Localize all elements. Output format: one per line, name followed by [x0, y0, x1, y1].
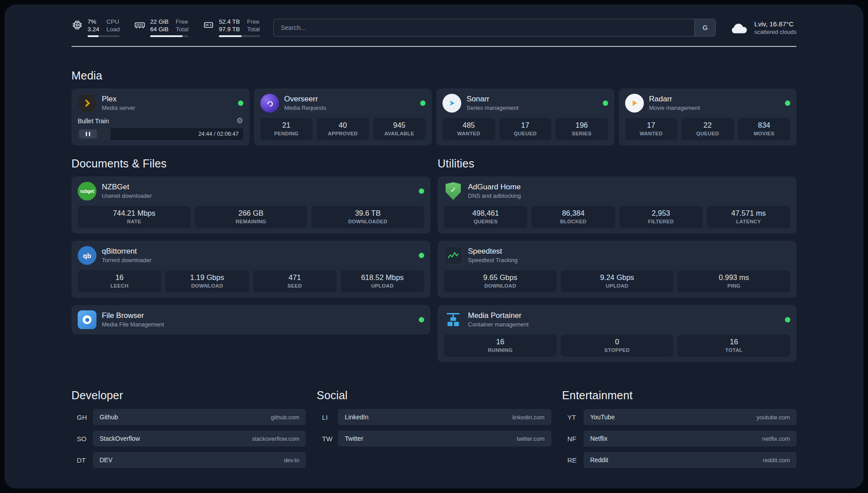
service-card-nzbget: nzbget NZBGet Usenet downloader 744.21 M… [71, 176, 430, 234]
section-title-developer: Developer [71, 389, 306, 402]
service-link-adguard[interactable]: ✓ AdGuard Home DNS and adblocking [444, 182, 790, 201]
speedtest-icon [444, 246, 463, 265]
service-desc: Media File Management [102, 321, 164, 328]
service-link-sonarr[interactable]: Sonarr Series management [442, 94, 608, 113]
sonarr-icon [442, 94, 461, 113]
nzbget-logo-text: nzbget [80, 189, 94, 194]
service-card-qbittorrent: qb qBittorrent Torrent downloader 16 LEE… [71, 241, 430, 298]
service-desc: Media Requests [284, 104, 326, 112]
stat-value: 485 [444, 121, 493, 130]
stat-value: 16 [79, 273, 159, 282]
gear-icon[interactable]: ⚙ [236, 117, 243, 125]
service-desc: Torrent downloader [102, 257, 151, 264]
service-name: Media Portainer [468, 311, 529, 320]
bookmark-twitter[interactable]: Twitter twitter.com [338, 430, 551, 447]
service-desc: Container management [468, 321, 529, 328]
plex-icon [78, 94, 96, 113]
bookmark-domain: netflix.com [762, 435, 790, 442]
bookmark-abbr: LI [317, 414, 338, 421]
service-desc: Media server [102, 104, 135, 112]
service-link-portainer[interactable]: Media Portainer Container management [444, 310, 790, 329]
stat-value: 744.21 Mbps [79, 209, 189, 218]
system-stats-group: 7% 3.24 CPU Load [71, 18, 260, 37]
bookmark-youtube[interactable]: YouTube youtube.com [584, 409, 797, 425]
service-card-sonarr: Sonarr Series management 485 WANTED 17 Q… [436, 88, 614, 146]
service-link-radarr[interactable]: Radarr Movie management [625, 94, 791, 113]
bookmark-domain: linkedin.com [512, 414, 544, 421]
service-link-nzbget[interactable]: nzbget NZBGet Usenet downloader [78, 182, 424, 201]
stat-value: 39.6 TB [313, 209, 422, 218]
status-dot [419, 253, 424, 258]
bookmark-abbr: NF [562, 435, 584, 443]
google-search-button[interactable]: G [694, 19, 716, 37]
cpu-usage-bar [88, 35, 120, 37]
bookmark-name: Twitter [345, 435, 363, 442]
stat-value: 9.24 Gbps [563, 273, 672, 282]
stat-label: WANTED [444, 130, 493, 137]
stat-label: RUNNING [446, 347, 555, 353]
bookmark-row: RE Reddit reddit.com [562, 452, 797, 468]
service-name: Plex [102, 95, 135, 104]
bookmark-abbr: SO [71, 435, 93, 443]
ram-label-1: Free [176, 18, 189, 25]
bookmark-row: DT DEV dev.to [71, 452, 306, 468]
stat-tile: 1.19 Gbps DOWNLOAD [165, 270, 249, 292]
stat-value: 471 [255, 273, 335, 282]
service-link-speedtest[interactable]: Speedtest Speedtest Tracking [444, 246, 790, 265]
section-utilities: Utilities ✓ AdGuard Home DNS and adblock… [438, 157, 797, 362]
service-link-plex[interactable]: Plex Media server [78, 94, 243, 113]
stat-value: 22 [683, 121, 732, 130]
bookmark-domain: twitter.com [517, 435, 545, 442]
service-desc: Movie management [649, 104, 700, 112]
bookmark-name: Github [100, 414, 118, 421]
service-desc: Speedtest Tracking [468, 257, 517, 264]
section-title-entertainment: Entertainment [562, 389, 797, 402]
disk-label-2: Total [247, 25, 260, 33]
bookmark-row: GH Github github.com [71, 409, 306, 425]
service-name: Sonarr [467, 95, 518, 104]
bookmark-netflix[interactable]: Netflix netflix.com [584, 430, 797, 447]
service-card-filebrowser: File Browser Media File Management [71, 305, 430, 334]
service-card-overseerr: Overseerr Media Requests 21 PENDING 40 A… [254, 88, 432, 146]
disk-label-1: Free [247, 18, 260, 25]
service-link-filebrowser[interactable]: File Browser Media File Management [78, 310, 424, 329]
stat-label: TOTAL [679, 347, 789, 353]
stat-label: FILTERED [621, 218, 701, 225]
playback-progress-bar[interactable]: 24:44 / 02:06:47 [78, 128, 243, 140]
stat-value: 17 [627, 121, 676, 130]
weather-widget[interactable]: Lviv, 16.87°C scattered clouds [729, 20, 797, 36]
now-playing-title: Bullet Train [78, 117, 109, 125]
bookmark-abbr: GH [71, 414, 93, 421]
dashboard: 7% 3.24 CPU Load [4, 4, 864, 489]
stat-tile: 16 RUNNING [444, 334, 557, 357]
bookmark-reddit[interactable]: Reddit reddit.com [584, 452, 797, 468]
bookmark-row: YT YouTube youtube.com [562, 409, 797, 425]
status-dot [785, 100, 790, 106]
bookmark-stackoverflow[interactable]: StackOverflow stackoverflow.com [93, 430, 306, 447]
section-documents: Documents & Files nzbget NZBGet Usenet d… [71, 157, 430, 334]
status-dot [785, 317, 790, 322]
service-link-overseerr[interactable]: Overseerr Media Requests [260, 94, 426, 113]
ram-icon [134, 19, 146, 31]
section-title-documents: Documents & Files [71, 157, 430, 170]
stat-value: 40 [318, 121, 367, 130]
stat-tile: 21 PENDING [260, 118, 313, 140]
stat-tile: 0 STOPPED [561, 334, 674, 357]
bookmark-name: LinkedIn [345, 414, 368, 421]
pause-button[interactable] [79, 130, 97, 138]
stat-tile: 39.6 TB DOWNLOADED [311, 206, 424, 228]
stat-value: 47.571 ms [709, 209, 789, 218]
bookmark-abbr: TW [317, 435, 338, 443]
search-input[interactable] [273, 19, 695, 37]
disk-total: 97.9 TB [219, 25, 240, 33]
bookmark-dev[interactable]: DEV dev.to [93, 452, 306, 468]
service-link-qbittorrent[interactable]: qb qBittorrent Torrent downloader [78, 246, 424, 265]
cpu-widget: 7% 3.24 CPU Load [71, 18, 120, 37]
stat-value: 0.993 ms [679, 273, 789, 282]
bookmark-github[interactable]: Github github.com [93, 409, 306, 425]
bookmark-linkedin[interactable]: LinkedIn linkedin.com [338, 409, 551, 425]
stat-tile: 266 GB REMAINING [195, 206, 308, 228]
cpu-icon [71, 19, 83, 31]
nzbget-icon: nzbget [78, 182, 96, 201]
filebrowser-icon [78, 310, 96, 329]
